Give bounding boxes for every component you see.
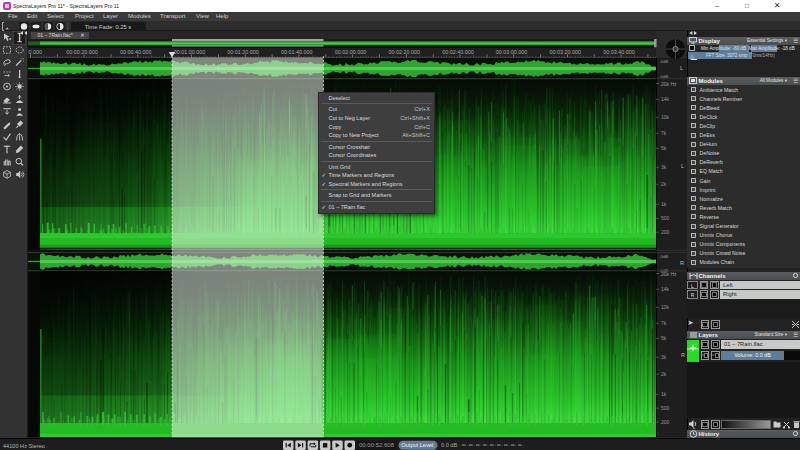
svg-text:Time Fade: 0.25 s: Time Fade: 0.25 s — [85, 23, 132, 29]
svg-text:00:00:40.000: 00:00:40.000 — [120, 49, 151, 55]
svg-text:5k: 5k — [661, 335, 667, 341]
svg-text:10k: 10k — [661, 114, 670, 120]
svg-text:00:03:40.000: 00:03:40.000 — [603, 49, 634, 55]
svg-text:00:03:00.000: 00:03:00.000 — [496, 49, 527, 55]
svg-text:00:02:00.000: 00:02:00.000 — [335, 49, 366, 55]
svg-text:00:03:20.000: 00:03:20.000 — [550, 49, 581, 55]
svg-text:44100 Hz Stereo: 44100 Hz Stereo — [3, 442, 45, 448]
svg-text:-0dB: -0dB — [659, 74, 668, 79]
svg-text:0.000: 0.000 — [29, 49, 43, 55]
svg-text:-0dB: -0dB — [659, 254, 668, 259]
svg-text:-0dB: -0dB — [659, 59, 668, 64]
svg-text:00:01:40.000: 00:01:40.000 — [281, 49, 312, 55]
svg-text:7k: 7k — [661, 130, 667, 136]
svg-text:0.0 dB: 0.0 dB — [441, 442, 457, 448]
svg-text:00:01:20.000: 00:01:20.000 — [227, 49, 258, 55]
svg-text:500: 500 — [661, 405, 670, 411]
svg-text:20k Hz: 20k Hz — [661, 81, 677, 87]
svg-text:00:02:40.000: 00:02:40.000 — [442, 49, 473, 55]
svg-text:00:02:20.000: 00:02:20.000 — [388, 49, 419, 55]
svg-text:200: 200 — [661, 229, 670, 235]
svg-text:1k: 1k — [661, 391, 667, 397]
svg-text:10k: 10k — [661, 304, 670, 310]
svg-text:L: L — [680, 65, 683, 71]
svg-text:R: R — [681, 352, 685, 358]
svg-text:2k: 2k — [661, 371, 667, 377]
svg-text:5k: 5k — [661, 145, 667, 151]
svg-text:14k: 14k — [661, 96, 670, 102]
svg-text:2k: 2k — [661, 181, 667, 187]
svg-text:1k: 1k — [661, 201, 667, 207]
svg-text:500: 500 — [661, 215, 670, 221]
svg-text:00:00:52.608: 00:00:52.608 — [359, 442, 395, 448]
svg-text:3k: 3k — [661, 164, 667, 170]
svg-text:200: 200 — [661, 419, 670, 425]
svg-text:14k: 14k — [661, 286, 670, 292]
svg-text:R: R — [680, 260, 684, 266]
svg-text:L: L — [681, 163, 684, 169]
svg-text:00:00:20.000: 00:00:20.000 — [66, 49, 97, 55]
svg-text:Output Level:: Output Level: — [401, 442, 435, 448]
svg-text:00:01:00.000: 00:01:00.000 — [174, 49, 205, 55]
svg-text:7k: 7k — [661, 320, 667, 326]
svg-text:3k: 3k — [661, 354, 667, 360]
